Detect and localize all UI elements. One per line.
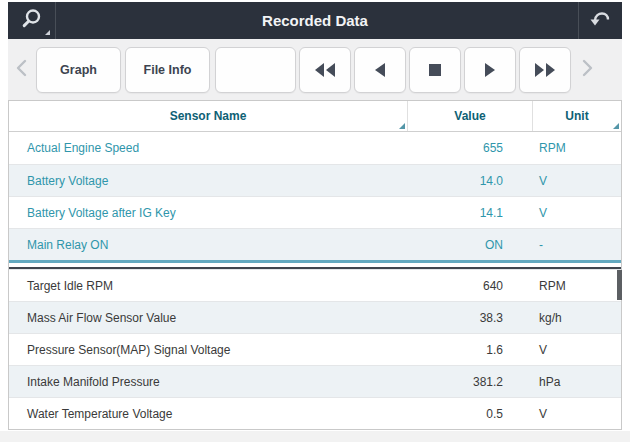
table-row[interactable]: Actual Engine Speed 655 RPM [9, 132, 621, 164]
chevron-left-icon [14, 58, 30, 82]
column-resize-indicator-icon [399, 123, 405, 129]
sensor-name-cell: Water Temperature Voltage [9, 407, 408, 421]
table-row[interactable]: Battery Voltage after IG Key 14.1 V [9, 196, 621, 228]
table-row[interactable]: Main Relay ON ON - [9, 228, 621, 260]
sensor-unit-cell: V [533, 174, 621, 188]
scroll-left-button[interactable] [12, 47, 32, 93]
scrollable-sensor-rows: Target Idle RPM 640 RPM Mass Air Flow Se… [9, 267, 621, 429]
table-row[interactable]: Battery Voltage 14.0 V [9, 164, 621, 196]
empty-button[interactable] [215, 47, 296, 93]
sensor-unit-cell: RPM [533, 279, 621, 293]
sensor-name-cell: Battery Voltage after IG Key [9, 206, 408, 220]
sensor-value-cell: 14.1 [408, 206, 533, 220]
zoom-button[interactable] [8, 2, 56, 39]
sensor-value-cell: 14.0 [408, 174, 533, 188]
magnifier-icon [19, 6, 45, 36]
page-title: Recorded Data [8, 2, 622, 39]
play-icon [480, 60, 500, 80]
file-info-button[interactable]: File Info [125, 47, 210, 93]
scroll-right-button[interactable] [577, 47, 597, 93]
sensor-name-cell: Intake Manifold Pressure [9, 375, 408, 389]
back-button[interactable] [578, 2, 622, 39]
sensor-value-cell: 1.6 [408, 343, 533, 357]
sensor-unit-cell: kg/h [533, 311, 621, 325]
table-row[interactable]: Pressure Sensor(MAP) Signal Voltage 1.6 … [9, 333, 621, 365]
rewind-button[interactable] [299, 47, 351, 93]
fast-forward-button[interactable] [519, 47, 571, 93]
sensor-value-cell: ON [408, 238, 533, 252]
sensor-unit-cell: hPa [533, 375, 621, 389]
pinned-sensor-rows: Actual Engine Speed 655 RPM Battery Volt… [9, 132, 621, 263]
step-back-icon [370, 60, 390, 80]
sensor-unit-cell: V [533, 407, 621, 421]
column-resize-indicator-icon [613, 123, 619, 129]
play-button[interactable] [464, 47, 516, 93]
bottom-margin [0, 431, 630, 442]
playback-toolbar: Graph File Info [8, 39, 622, 100]
sensor-value-cell: 0.5 [408, 407, 533, 421]
scrollbar-thumb[interactable] [617, 270, 622, 300]
step-back-button[interactable] [354, 47, 406, 93]
sensor-unit-cell: V [533, 206, 621, 220]
sensor-value-cell: 38.3 [408, 311, 533, 325]
table-header: Sensor Name Value Unit [9, 101, 621, 132]
title-bar: Recorded Data [8, 2, 622, 39]
sensor-value-cell: 655 [408, 141, 533, 155]
sensor-unit-cell: V [533, 343, 621, 357]
sensor-value-cell: 381.2 [408, 375, 533, 389]
stop-button[interactable] [409, 47, 461, 93]
sensor-name-cell: Mass Air Flow Sensor Value [9, 311, 408, 325]
table-row[interactable]: Water Temperature Voltage 0.5 V [9, 397, 621, 429]
sensor-name-cell: Actual Engine Speed [9, 141, 408, 155]
table-row[interactable]: Intake Manifold Pressure 381.2 hPa [9, 365, 621, 397]
table-row[interactable]: Target Idle RPM 640 RPM [9, 269, 621, 301]
stop-icon [425, 60, 445, 80]
sensor-unit-cell: - [533, 238, 621, 252]
column-header-sensor-name[interactable]: Sensor Name [9, 101, 408, 131]
sensor-name-cell: Main Relay ON [9, 238, 408, 252]
fast-forward-icon [533, 60, 557, 80]
table-row[interactable]: Mass Air Flow Sensor Value 38.3 kg/h [9, 301, 621, 333]
return-arrow-icon [588, 6, 614, 36]
recorded-data-screen: Recorded Data Graph File Info [8, 2, 622, 430]
sensor-data-table: Sensor Name Value Unit Actual Engine Spe… [8, 100, 622, 430]
chevron-right-icon [579, 58, 595, 82]
sensor-name-cell: Target Idle RPM [9, 279, 408, 293]
column-header-value[interactable]: Value [408, 101, 533, 131]
column-header-unit[interactable]: Unit [533, 101, 621, 131]
sensor-unit-cell: RPM [533, 141, 621, 155]
sensor-name-cell: Battery Voltage [9, 174, 408, 188]
resize-indicator-icon [45, 30, 50, 35]
graph-button[interactable]: Graph [36, 47, 121, 93]
sensor-value-cell: 640 [408, 279, 533, 293]
sensor-name-cell: Pressure Sensor(MAP) Signal Voltage [9, 343, 408, 357]
rewind-icon [313, 60, 337, 80]
